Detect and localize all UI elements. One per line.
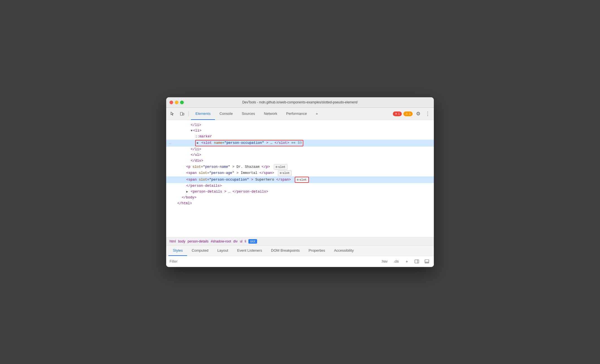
filter-right: :hov .cls +	[379, 258, 430, 265]
tab-performance[interactable]: Performance	[282, 108, 311, 120]
toggle-sidebar-button[interactable]	[413, 258, 420, 265]
traffic-lights	[170, 101, 184, 104]
minimize-button[interactable]	[175, 101, 178, 104]
tab-layout[interactable]: Layout	[213, 246, 233, 256]
slot-badge-name[interactable]: ⊞ slot	[274, 164, 287, 170]
filter-bar: :hov .cls +	[166, 256, 434, 267]
dom-line[interactable]: </div>	[166, 158, 434, 164]
svg-rect-5	[425, 262, 429, 263]
tab-accessibility[interactable]: Accessibility	[330, 246, 358, 256]
tab-computed[interactable]: Computed	[187, 246, 213, 256]
more-options-button[interactable]: ⋮	[424, 110, 432, 118]
breadcrumb-item-ul[interactable]: ul	[240, 239, 242, 243]
device-toggle-icon[interactable]	[178, 110, 186, 118]
hov-button[interactable]: :hov	[379, 259, 389, 264]
filter-input[interactable]	[170, 259, 377, 263]
window-title: DevTools - mdn.github.io/web-components-…	[242, 100, 358, 104]
dom-line[interactable]: ▶ <person-details > … </person-details>	[166, 189, 434, 195]
expand-triangle-icon: ▶	[197, 141, 199, 145]
breadcrumb-item-html[interactable]: html	[170, 239, 176, 243]
dom-line[interactable]: ▼<li>	[166, 128, 434, 134]
bottom-panel: Styles Computed Layout Event Listeners D…	[166, 246, 434, 267]
toolbar-right: ✕ 1 ⚠ 1 ⚙ ⋮	[393, 110, 432, 118]
slot-badge-icon: ⊞	[280, 171, 282, 175]
dom-line[interactable]: </ul>	[166, 152, 434, 158]
tab-more[interactable]: »	[311, 108, 322, 120]
tab-dom-breakpoints[interactable]: DOM Breakpoints	[267, 246, 304, 256]
selected-slot-line[interactable]: … ▶ <slot name="person-occupation" > … <…	[166, 140, 434, 147]
dom-line[interactable]: </li>	[166, 147, 434, 152]
dots-menu[interactable]: …	[169, 141, 171, 145]
expand-icon: ▶	[186, 190, 188, 193]
svg-rect-1	[183, 113, 184, 115]
error-icon: ✕	[395, 112, 397, 116]
tab-bar: Elements Console Sources Network Perform…	[191, 108, 392, 120]
toolbar: Elements Console Sources Network Perform…	[166, 108, 434, 120]
settings-button[interactable]: ⚙	[414, 110, 422, 118]
slot-badge-icon: ⊞	[276, 165, 277, 169]
dom-line[interactable]: </person-details>	[166, 183, 434, 189]
close-button[interactable]	[170, 101, 173, 104]
toolbar-divider	[188, 111, 189, 117]
tab-console[interactable]: Console	[215, 108, 237, 120]
expand-icon: ▼	[191, 129, 193, 132]
breadcrumb-item-shadow-root[interactable]: #shadow-root	[211, 239, 231, 243]
tab-styles[interactable]: Styles	[168, 246, 187, 256]
dom-line[interactable]: </html>	[166, 201, 434, 207]
cursor-icon[interactable]	[168, 110, 177, 118]
devtools-window: DevTools - mdn.github.io/web-components-…	[166, 97, 434, 267]
breadcrumb-item-body[interactable]: body	[178, 239, 185, 243]
breadcrumb-item-slot[interactable]: slot	[248, 239, 257, 244]
error-badge[interactable]: ✕ 1	[393, 111, 402, 116]
dom-line[interactable]: </body>	[166, 195, 434, 201]
dom-panel: </li> ▼<li> ::marker … ▶ <slot name="per…	[166, 120, 434, 237]
slot-badge-icon: ⊞	[297, 178, 299, 182]
breadcrumb: html body person-details #shadow-root di…	[166, 237, 434, 246]
tab-elements[interactable]: Elements	[191, 108, 215, 120]
cls-button[interactable]: .cls	[392, 259, 400, 264]
slot-badge-occupation[interactable]: ⊞ slot	[295, 177, 309, 183]
warning-icon: ⚠	[405, 112, 408, 116]
warning-badge[interactable]: ⚠ 1	[403, 111, 413, 116]
tab-event-listeners[interactable]: Event Listeners	[233, 246, 267, 256]
tab-sources[interactable]: Sources	[237, 108, 260, 120]
slot-badge-age[interactable]: ⊞ slot	[278, 170, 292, 176]
svg-rect-0	[180, 112, 183, 115]
breadcrumb-item-person-details[interactable]: person-details	[188, 239, 209, 243]
titlebar: DevTools - mdn.github.io/web-components-…	[166, 97, 434, 108]
breadcrumb-item-li[interactable]: li	[245, 239, 246, 243]
dom-line[interactable]: <span slot="person-age" > Immortal </spa…	[166, 170, 434, 176]
bottom-tabs: Styles Computed Layout Event Listeners D…	[166, 246, 434, 256]
maximize-button[interactable]	[180, 101, 184, 104]
breadcrumb-item-div[interactable]: div	[233, 239, 238, 243]
tab-network[interactable]: Network	[260, 108, 282, 120]
slot-element-box: ▶ <slot name="person-occupation" > … </s…	[195, 140, 303, 146]
add-style-button[interactable]: +	[403, 258, 410, 265]
dom-line[interactable]: ::marker	[166, 134, 434, 140]
dock-button[interactable]	[423, 258, 430, 265]
tab-properties[interactable]: Properties	[304, 246, 330, 256]
dom-line[interactable]: </li>	[166, 122, 434, 128]
dom-line[interactable]: <p slot="person-name" > Dr. Shazaam </p>…	[166, 164, 434, 170]
svg-rect-2	[415, 260, 419, 263]
dom-line-occupation[interactable]: <span slot="person-occupation" > Superhe…	[166, 176, 434, 183]
